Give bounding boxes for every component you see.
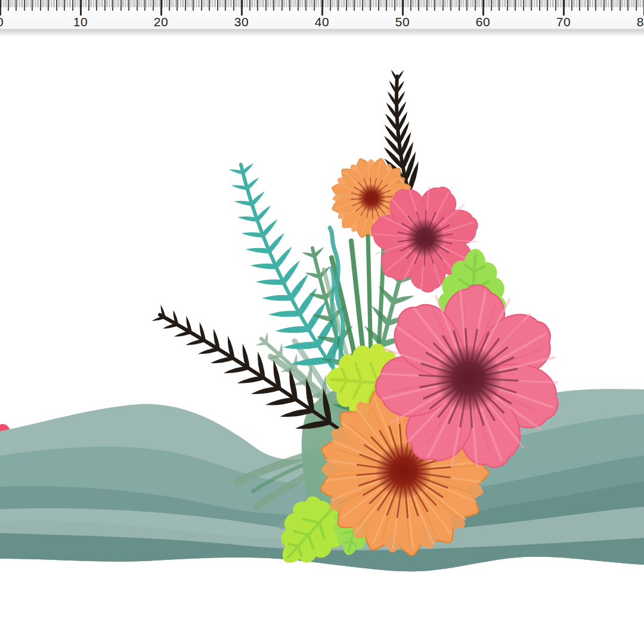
ruler-tick: [27, 0, 27, 7]
ruler-tick: [325, 0, 326, 7]
ruler-tick: [125, 0, 126, 7]
ruler-tick: [194, 0, 195, 7]
ruler-tick: [236, 0, 237, 7]
ruler-tick: [199, 0, 200, 7]
ruler-tick: [42, 0, 42, 7]
ruler-tick: [555, 0, 556, 11]
ruler-tick: [254, 0, 255, 7]
ruler-tick: [114, 0, 114, 7]
ruler-tick: [5, 0, 5, 7]
ruler-tick: [330, 0, 331, 11]
ruler-tick: [343, 0, 343, 7]
ruler-tick: [144, 0, 145, 11]
ruler-tick: [140, 0, 140, 7]
ruler-tick: [552, 0, 553, 7]
ruler-tick: [1, 0, 2, 7]
ruler-tick: [500, 0, 501, 7]
ruler-tick: [98, 0, 98, 7]
ruler-tick: [104, 0, 106, 11]
ruler-tick: [586, 0, 586, 7]
ruler-tick: [550, 0, 551, 7]
ruler-tick: [520, 0, 521, 7]
ruler-tick: [434, 0, 435, 11]
ruler-tick: [494, 0, 494, 7]
ruler-tick: [228, 0, 229, 7]
ruler-tick: [16, 0, 17, 11]
ruler-tick: [119, 0, 119, 7]
ruler-tick: [436, 0, 436, 7]
ruler-tick: [49, 0, 50, 7]
ruler-tick: [63, 0, 63, 7]
ruler-tick: [106, 0, 107, 7]
ruler-tick: [64, 0, 65, 11]
ruler-tick: [536, 0, 537, 7]
ruler-tick: [407, 0, 408, 7]
ruler-tick: [85, 0, 86, 7]
ruler-tick: [370, 0, 371, 11]
ruler-tick: [143, 0, 144, 7]
ruler-tick: [541, 0, 541, 7]
ruler-tick: [304, 0, 305, 7]
ruler-tick: [301, 0, 301, 7]
ruler-tick: [91, 0, 92, 7]
ruler-tick: [30, 0, 31, 7]
ruler-tick: [523, 0, 524, 11]
ruler-tick: [328, 0, 329, 7]
ruler-tick: [413, 0, 414, 7]
ruler-tick: [456, 0, 456, 7]
ruler-tick: [426, 0, 428, 11]
ruler-tick: [339, 0, 340, 7]
ruler-tick: [595, 0, 596, 11]
ruler-tick: [261, 0, 261, 7]
ruler-tick: [273, 0, 274, 11]
ruler-tick: [217, 0, 218, 11]
ruler-tick: [462, 0, 462, 7]
ruler-tick: [235, 0, 236, 7]
ruler-tick: [291, 0, 292, 7]
ruler-tick: [542, 0, 543, 7]
ruler-tick: [315, 0, 316, 7]
ruler-tick: [539, 0, 540, 11]
ruler-tick: [507, 0, 508, 11]
ruler-tick: [636, 0, 637, 11]
ruler-tick: [296, 0, 296, 7]
ruler-tick: [305, 0, 306, 11]
ruler-tick: [327, 0, 327, 7]
ruler-tick: [457, 0, 457, 7]
ruler-tick: [344, 0, 345, 7]
ruler-tick: [241, 0, 243, 16]
ruler-tick: [111, 0, 112, 7]
ruler-tick: [470, 0, 470, 7]
ruler-tick: [6, 0, 7, 7]
ruler-tick: [214, 0, 215, 7]
ruler-tick: [283, 0, 284, 7]
ruler-tick: [373, 0, 374, 7]
ruler-tick: [631, 0, 631, 7]
ruler-tick: [423, 0, 424, 7]
ruler-tick: [603, 0, 605, 11]
ruler-tick: [75, 0, 76, 7]
ruler-tick: [549, 0, 549, 7]
ruler-tick: [280, 0, 280, 7]
ruler-tick: [392, 0, 393, 7]
ruler-tick: [360, 0, 361, 7]
ruler-tick: [515, 0, 516, 11]
ruler-tick: [47, 0, 47, 7]
ruler-tick: [225, 0, 226, 11]
ruler-tick: [354, 0, 355, 11]
ruler-tick: [10, 0, 10, 7]
ruler-tick: [82, 0, 82, 7]
ruler-tick: [247, 0, 248, 7]
ruler-tick: [418, 0, 419, 11]
ruler-tick: [565, 0, 565, 7]
ruler-tick: [275, 0, 275, 7]
ruler-tick: [58, 0, 58, 7]
ruler-tick: [574, 0, 575, 7]
ruler-tick: [491, 0, 492, 11]
ruler-tick: [569, 0, 570, 7]
ruler-tick: [359, 0, 360, 7]
ruler-tick: [442, 0, 444, 11]
ruler-tick: [77, 0, 78, 7]
ruler-tick: [249, 0, 250, 11]
ruler-tick: [154, 0, 155, 7]
